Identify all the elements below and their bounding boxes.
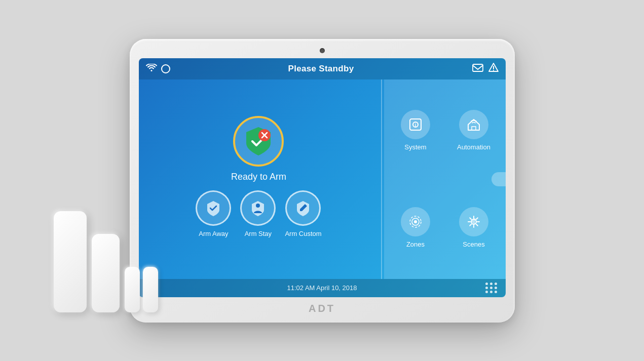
status-icons-right xyxy=(472,63,499,75)
svg-line-18 xyxy=(476,218,478,219)
datetime: 11:02 AM April 10, 2018 xyxy=(287,284,357,292)
zones-icon xyxy=(408,214,423,229)
mail-icon[interactable] xyxy=(472,64,483,74)
svg-text:i: i xyxy=(415,123,416,128)
arm-custom-circle xyxy=(285,190,321,226)
scenes-menu-item[interactable]: Scenes xyxy=(447,182,501,274)
left-panel: Ready to Arm Arm Away xyxy=(139,79,379,279)
grid-icon[interactable] xyxy=(485,283,498,293)
panel-divider xyxy=(381,79,382,279)
zones-circle xyxy=(401,207,430,236)
arm-custom-icon xyxy=(294,199,312,217)
sensor-small-group xyxy=(125,267,158,312)
arm-stay-circle xyxy=(240,190,276,226)
scene: Please Standby xyxy=(44,9,601,353)
scenes-icon xyxy=(466,214,481,229)
ready-label: Ready to Arm xyxy=(231,172,286,182)
shield-icon xyxy=(242,125,275,157)
scenes-label: Scenes xyxy=(463,240,484,248)
system-icon: i xyxy=(408,117,423,132)
system-label: System xyxy=(404,143,426,151)
adt-label: ADT xyxy=(309,303,335,314)
arm-buttons: Arm Away Arm Stay xyxy=(196,190,321,237)
sensor-tall xyxy=(54,211,87,312)
automation-icon xyxy=(466,117,481,132)
scenes-circle xyxy=(459,207,488,236)
automation-label: Automation xyxy=(457,143,490,151)
automation-circle xyxy=(459,110,488,139)
status-title: Please Standby xyxy=(170,64,472,74)
bottom-bar: 11:02 AM April 10, 2018 xyxy=(139,279,506,297)
screen: Please Standby xyxy=(139,58,506,297)
svg-line-17 xyxy=(476,224,478,226)
arm-away-label: Arm Away xyxy=(199,230,228,237)
arm-stay-icon xyxy=(249,199,267,217)
svg-point-8 xyxy=(414,220,417,223)
system-menu-item[interactable]: i System xyxy=(389,85,442,177)
system-circle: i xyxy=(401,110,430,139)
wifi-icon xyxy=(146,64,157,74)
right-panel: i System xyxy=(384,79,506,279)
ready-to-arm-button[interactable] xyxy=(233,116,284,167)
arm-stay-button[interactable]: Arm Stay xyxy=(240,190,276,237)
svg-point-2 xyxy=(493,70,494,71)
alert-icon[interactable] xyxy=(488,63,499,75)
arm-away-button[interactable]: Arm Away xyxy=(196,190,231,237)
arm-custom-button[interactable]: Arm Custom xyxy=(285,190,321,237)
arm-away-icon xyxy=(204,199,222,217)
zones-label: Zones xyxy=(406,240,425,248)
status-icons-left xyxy=(146,64,170,74)
shield-container: Ready to Arm xyxy=(231,116,286,182)
svg-line-16 xyxy=(470,218,471,219)
arm-custom-label: Arm Custom xyxy=(285,230,321,237)
tablet: Please Standby xyxy=(130,39,515,323)
arm-away-circle xyxy=(196,190,231,226)
status-bar: Please Standby xyxy=(139,58,506,79)
svg-rect-0 xyxy=(473,64,483,71)
svg-line-19 xyxy=(470,224,471,226)
sensor-medium xyxy=(92,234,120,312)
zones-menu-item[interactable]: Zones xyxy=(389,182,442,274)
sensor-small-1 xyxy=(125,267,140,312)
automation-menu-item[interactable]: Automation xyxy=(447,85,501,177)
main-content: Ready to Arm Arm Away xyxy=(139,79,506,279)
circle-status-icon xyxy=(161,64,170,73)
sensor-small-2 xyxy=(143,267,158,312)
accessories xyxy=(54,211,158,312)
arm-stay-label: Arm Stay xyxy=(245,230,272,237)
camera xyxy=(320,48,325,53)
svg-point-4 xyxy=(256,204,260,208)
